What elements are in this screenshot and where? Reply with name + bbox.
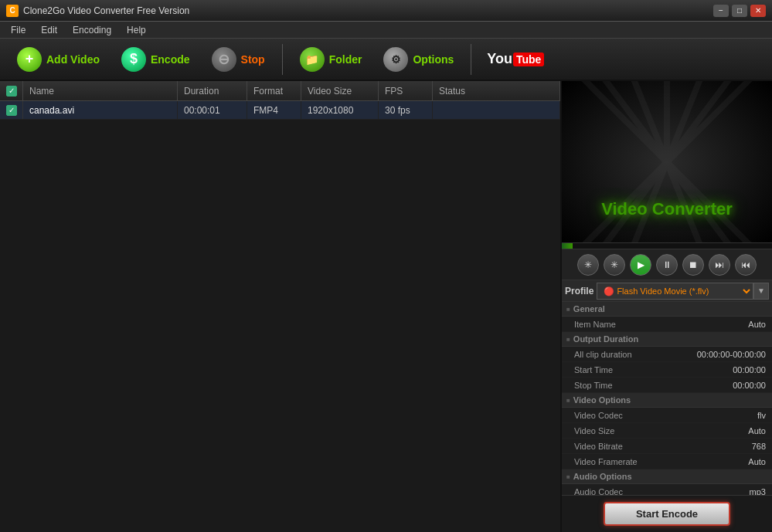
row-checkbox[interactable] — [6, 105, 17, 116]
toolbar-divider-2 — [471, 44, 471, 75]
settings-row-stop-time: Stop Time 00:00:00 — [562, 378, 772, 393]
settings-row-all-clip: All clip duration 00:00:00-00:00:00 — [562, 347, 772, 362]
preview-title: Video Converter — [562, 199, 772, 219]
settings-row-video-bitrate: Video Bitrate 768 — [562, 439, 772, 454]
settings-row-video-framerate: Video Framerate Auto — [562, 454, 772, 469]
playback-controls: ✳ ✳ ▶ ⏸ ⏹ ⏭ ⏮ — [562, 249, 772, 280]
col-header-video-size: Video Size — [301, 81, 379, 100]
folder-label: Folder — [329, 53, 362, 66]
progress-bar-container[interactable] — [562, 243, 772, 249]
menu-bar: File Edit Encoding Help — [0, 22, 772, 39]
youtube-button[interactable]: You Tube — [481, 48, 550, 70]
settings-panel[interactable]: General Item Name Auto Output Duration A… — [562, 302, 772, 495]
folder-button[interactable]: 📁 Folder — [292, 42, 370, 76]
table-body: canada.avi 00:00:01 FMP4 1920x1080 30 fp… — [0, 101, 560, 532]
add-video-icon: + — [17, 47, 42, 72]
video-preview: Video Converter — [562, 81, 772, 243]
col-header-status: Status — [433, 81, 560, 100]
encode-label: Encode — [151, 53, 190, 66]
options-button[interactable]: ⚙ Options — [376, 42, 461, 76]
title-bar: C Clone2Go Video Converter Free Version … — [0, 0, 772, 22]
app-icon: C — [6, 5, 19, 17]
cell-status — [433, 101, 560, 119]
stop-icon: ⊖ — [212, 47, 236, 72]
menu-help[interactable]: Help — [119, 23, 154, 37]
next-button[interactable]: ⏭ — [709, 254, 730, 276]
encode-button[interactable]: $ Encode — [114, 42, 198, 76]
close-button[interactable]: ✕ — [750, 5, 766, 17]
file-panel: Name Duration Format Video Size FPS Stat… — [0, 81, 562, 532]
profile-label: Profile — [565, 286, 593, 296]
settings-section-audio-options: Audio Options — [562, 469, 772, 484]
profile-row: Profile 🔴 Flash Video Movie (*.flv) ▼ — [562, 280, 772, 302]
start-encode-button[interactable]: Start Encode — [604, 502, 730, 526]
settings-section-output-duration: Output Duration — [562, 332, 772, 347]
cell-duration: 00:00:01 — [178, 101, 247, 119]
add-video-label: Add Video — [46, 53, 100, 66]
col-header-fps: FPS — [379, 81, 433, 100]
col-header-duration: Duration — [178, 81, 247, 100]
profile-dropdown-btn[interactable]: ▼ — [753, 283, 769, 300]
right-panel: Video Converter ✳ ✳ ▶ ⏸ ⏹ ⏭ ⏮ Profile 🔴 … — [562, 81, 772, 532]
sparkle-right-button[interactable]: ✳ — [604, 254, 625, 276]
col-header-format: Format — [247, 81, 301, 100]
menu-edit[interactable]: Edit — [33, 23, 65, 37]
row-checkbox-col — [0, 101, 23, 119]
toolbar: + Add Video $ Encode ⊖ Stop 📁 Folder ⚙ O… — [0, 39, 772, 81]
menu-encoding[interactable]: Encoding — [65, 23, 119, 37]
settings-row-start-time: Start Time 00:00:00 — [562, 362, 772, 378]
folder-icon: 📁 — [300, 47, 325, 72]
stop-pb-button[interactable]: ⏹ — [682, 254, 704, 276]
table-header: Name Duration Format Video Size FPS Stat… — [0, 81, 560, 101]
toolbar-divider-1 — [282, 44, 283, 75]
cell-fps: 30 fps — [379, 101, 433, 119]
settings-row-item-name: Item Name Auto — [562, 317, 772, 332]
settings-section-video-options: Video Options — [562, 393, 772, 408]
youtube-tube: Tube — [513, 53, 544, 66]
main-content: Name Duration Format Video Size FPS Stat… — [0, 81, 772, 532]
add-video-button[interactable]: + Add Video — [9, 42, 107, 76]
table-row[interactable]: canada.avi 00:00:01 FMP4 1920x1080 30 fp… — [0, 101, 560, 120]
encode-icon: $ — [121, 47, 146, 72]
settings-row-video-codec: Video Codec flv — [562, 408, 772, 423]
encode-btn-row: Start Encode — [562, 495, 772, 532]
col-header-name: Name — [23, 81, 178, 100]
settings-row-audio-codec: Audio Codec mp3 — [562, 484, 772, 495]
options-icon: ⚙ — [383, 47, 408, 72]
progress-bar-fill — [562, 243, 573, 249]
cell-format: FMP4 — [247, 101, 301, 119]
header-checkbox-col — [0, 81, 23, 100]
prev-button[interactable]: ⏮ — [735, 254, 757, 276]
options-label: Options — [413, 53, 454, 66]
stop-button[interactable]: ⊖ Stop — [204, 42, 273, 76]
app-title: Clone2Go Video Converter Free Version — [23, 5, 713, 16]
menu-file[interactable]: File — [3, 23, 33, 37]
stop-label: Stop — [241, 53, 265, 66]
select-all-checkbox[interactable] — [6, 86, 17, 97]
youtube-you: You — [487, 51, 512, 67]
profile-select[interactable]: 🔴 Flash Video Movie (*.flv) — [597, 283, 753, 300]
settings-section-general: General — [562, 302, 772, 317]
cell-video-size: 1920x1080 — [301, 101, 379, 119]
sparkle-left-button[interactable]: ✳ — [577, 254, 599, 276]
pause-button[interactable]: ⏸ — [656, 254, 678, 276]
window-controls: − □ ✕ — [713, 5, 766, 17]
minimize-button[interactable]: − — [713, 5, 729, 17]
play-button[interactable]: ▶ — [630, 254, 651, 276]
settings-row-video-size: Video Size Auto — [562, 423, 772, 439]
maximize-button[interactable]: □ — [732, 5, 747, 17]
cell-name: canada.avi — [23, 101, 178, 119]
